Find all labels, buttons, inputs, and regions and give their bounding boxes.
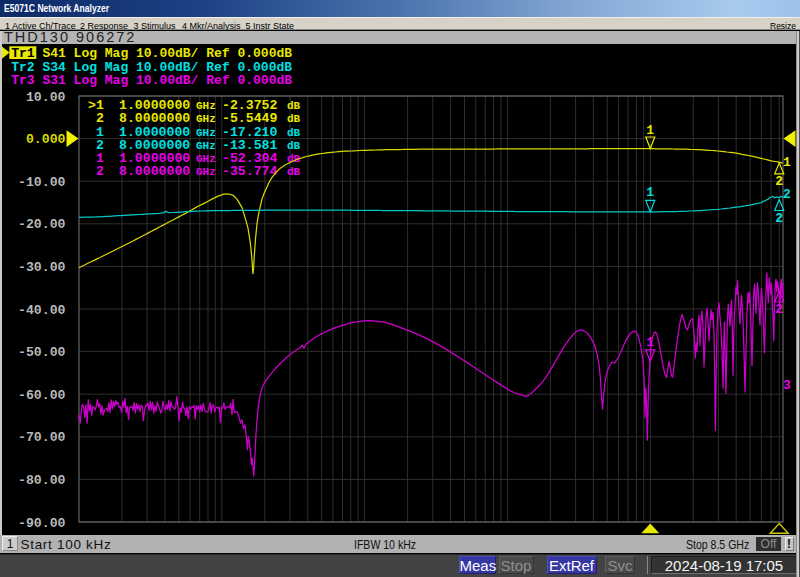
svg-text:2: 2	[88, 164, 104, 179]
svg-text:dB: dB	[287, 166, 301, 178]
svg-text:1: 1	[646, 185, 654, 200]
svg-text:-60.00: -60.00	[18, 388, 66, 403]
svg-text:-80.00: -80.00	[18, 473, 66, 488]
svg-text:dB: dB	[287, 140, 301, 152]
svg-text:GHz: GHz	[196, 140, 216, 152]
svg-text:8.0000000: 8.0000000	[119, 164, 190, 179]
svg-text:1: 1	[646, 335, 654, 350]
svg-text:-35.774: -35.774	[222, 164, 277, 179]
svg-text:3: 3	[783, 378, 791, 393]
svg-text:2: 2	[775, 302, 783, 317]
svg-text:-40.00: -40.00	[18, 303, 66, 318]
svg-text:-50.00: -50.00	[18, 345, 66, 360]
svg-text:GHz: GHz	[196, 100, 216, 112]
svg-text:GHz: GHz	[196, 127, 216, 139]
svg-text:dB: dB	[287, 127, 301, 139]
svg-text:1: 1	[646, 123, 654, 138]
svg-text:2: 2	[783, 187, 791, 202]
svg-text:GHz: GHz	[196, 166, 216, 178]
svg-text:-30.00: -30.00	[18, 260, 66, 275]
svg-text:Tr3 S31 Log Mag 10.00dB/ Ref 0: Tr3 S31 Log Mag 10.00dB/ Ref 0.000dB	[11, 73, 292, 88]
svg-text:dB: dB	[287, 100, 301, 112]
svg-text:1: 1	[783, 155, 791, 170]
svg-text:GHz: GHz	[196, 113, 216, 125]
svg-text:2: 2	[775, 211, 783, 226]
svg-text:dB: dB	[287, 113, 301, 125]
svg-text:-10.00: -10.00	[18, 175, 66, 190]
svg-text:0.000: 0.000	[26, 132, 66, 147]
svg-text:-20.00: -20.00	[18, 217, 66, 232]
svg-text:10.00: 10.00	[26, 90, 66, 105]
svg-text:-70.00: -70.00	[18, 430, 66, 445]
svg-text:-90.00: -90.00	[18, 516, 66, 531]
svg-text:GHz: GHz	[196, 153, 216, 165]
